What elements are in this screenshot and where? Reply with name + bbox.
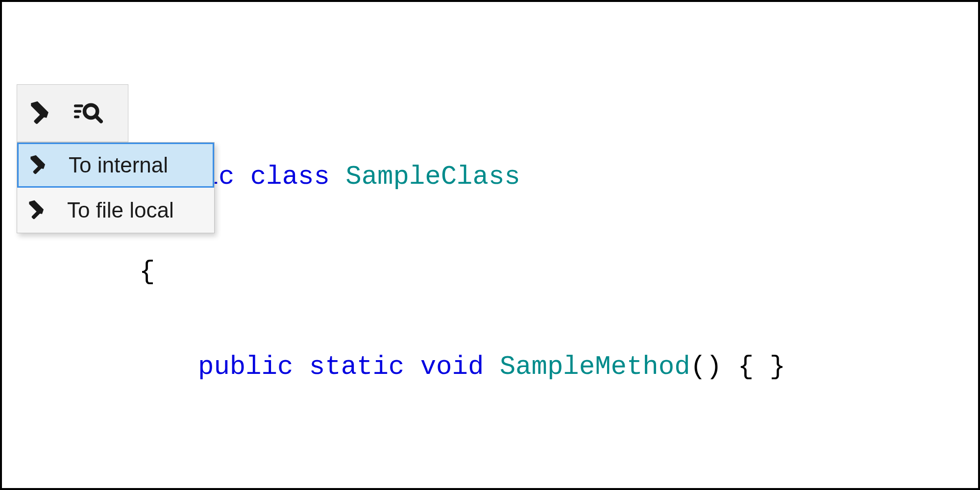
menu-item-label: To internal: [69, 153, 207, 177]
code-line-brace: {: [139, 256, 785, 288]
refactor-menu: To internal To file local: [17, 142, 215, 233]
preview-icon[interactable]: [71, 96, 105, 130]
code-line: public class SampleClass: [139, 161, 785, 193]
hammer-icon: [23, 196, 50, 224]
code-line: public static void SampleMethod() { }: [139, 351, 785, 383]
hammer-icon[interactable]: [23, 96, 57, 130]
method-signature-rest: () { }: [690, 352, 785, 382]
code-editor[interactable]: public class SampleClass { public static…: [139, 98, 785, 415]
menu-item-to-internal[interactable]: To internal: [17, 143, 214, 188]
menu-item-to-file-local[interactable]: To file local: [17, 188, 214, 233]
quick-actions-toolbar: [17, 84, 128, 142]
keyword: class: [250, 162, 330, 192]
keyword: public: [198, 352, 293, 382]
svg-line-5: [96, 116, 101, 122]
hammer-icon: [24, 151, 52, 179]
type-name: SampleClass: [345, 162, 520, 192]
keyword: static: [309, 352, 404, 382]
menu-item-label: To file local: [67, 198, 208, 222]
keyword: void: [420, 352, 484, 382]
method-name: SampleMethod: [500, 352, 690, 382]
